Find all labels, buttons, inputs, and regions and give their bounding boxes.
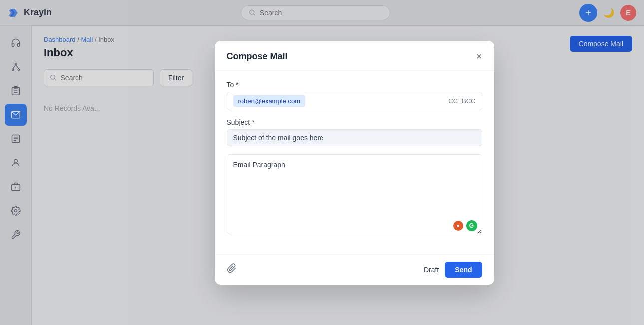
- textarea-icons: ● G: [453, 220, 477, 231]
- compose-modal: Compose Mail × To * robert@example.com C…: [215, 41, 494, 285]
- attach-button[interactable]: [227, 263, 237, 276]
- footer-right: Draft Send: [424, 262, 482, 278]
- subject-field-group: Subject *: [227, 118, 482, 146]
- subject-input[interactable]: [227, 129, 482, 146]
- grammarly-dot-icon[interactable]: ●: [453, 221, 463, 231]
- modal-footer: Draft Send: [215, 254, 494, 285]
- body-textarea[interactable]: Email Paragraph: [227, 154, 482, 234]
- cc-button[interactable]: CC: [448, 97, 458, 105]
- body-field-group: Email Paragraph ● G: [227, 154, 482, 236]
- subject-label: Subject *: [227, 118, 482, 126]
- modal-header: Compose Mail ×: [215, 41, 494, 71]
- bcc-button[interactable]: BCC: [462, 97, 475, 105]
- to-label: To *: [227, 81, 482, 89]
- modal-title: Compose Mail: [227, 51, 288, 62]
- to-input-row[interactable]: robert@example.com CC BCC: [227, 92, 482, 110]
- body-textarea-wrapper: Email Paragraph ● G: [227, 154, 482, 236]
- attach-icon: [227, 263, 237, 273]
- grammarly-g-icon[interactable]: G: [466, 220, 477, 231]
- draft-button[interactable]: Draft: [424, 266, 439, 274]
- to-cc-bcc: CC BCC: [448, 97, 475, 105]
- close-button[interactable]: ×: [476, 51, 482, 62]
- send-button[interactable]: Send: [445, 262, 482, 278]
- to-email-tag[interactable]: robert@example.com: [233, 95, 305, 107]
- to-field-group: To * robert@example.com CC BCC: [227, 81, 482, 110]
- modal-body: To * robert@example.com CC BCC Subject *…: [215, 71, 494, 254]
